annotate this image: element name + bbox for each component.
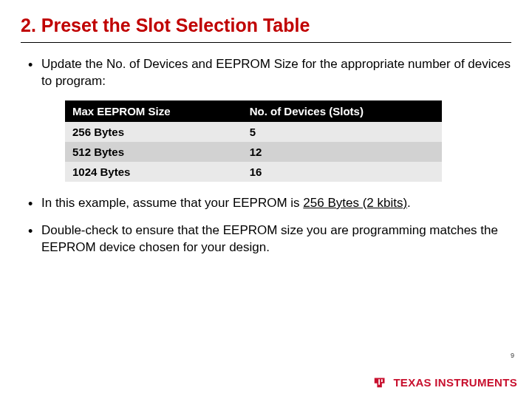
cell-devices: 16 [242,162,442,182]
bullet-2-pre: In this example, assume that your EEPROM… [41,196,303,210]
bullet-1: Update the No. of Devices and EEPROM Siz… [28,56,511,90]
title-rule [21,42,511,43]
cell-size: 256 Bytes [65,122,242,142]
bullet-list-2: In this example, assume that your EEPROM… [21,195,511,256]
slot-selection-table: Max EEPROM Size No. of Devices (Slots) 2… [65,100,442,182]
bullet-2-post: . [407,196,411,210]
cell-size: 1024 Bytes [65,162,242,182]
slot-table-wrap: Max EEPROM Size No. of Devices (Slots) 2… [65,100,442,182]
table-row: 256 Bytes 5 [65,122,442,142]
table-header-devices: No. of Devices (Slots) [242,100,442,122]
table-header-size: Max EEPROM Size [65,100,242,122]
bullet-2-underlined: 256 Bytes (2 kbits) [303,196,407,210]
bullet-list: Update the No. of Devices and EEPROM Siz… [21,56,511,90]
page-number: 9 [511,352,514,359]
table-row: 512 Bytes 12 [65,142,442,162]
ti-logo: TEXAS INSTRUMENTS [372,374,517,390]
cell-devices: 5 [242,122,442,142]
footer: TEXAS INSTRUMENTS [372,374,517,390]
slide-title: 2. Preset the Slot Selection Table [21,15,511,36]
ti-brand-text: TEXAS INSTRUMENTS [393,376,517,389]
bullet-3: Double-check to ensure that the EEPROM s… [28,222,511,256]
table-row: 1024 Bytes 16 [65,162,442,182]
cell-size: 512 Bytes [65,142,242,162]
bullet-2: In this example, assume that your EEPROM… [28,195,511,212]
cell-devices: 12 [242,142,442,162]
ti-chip-icon [372,374,389,390]
